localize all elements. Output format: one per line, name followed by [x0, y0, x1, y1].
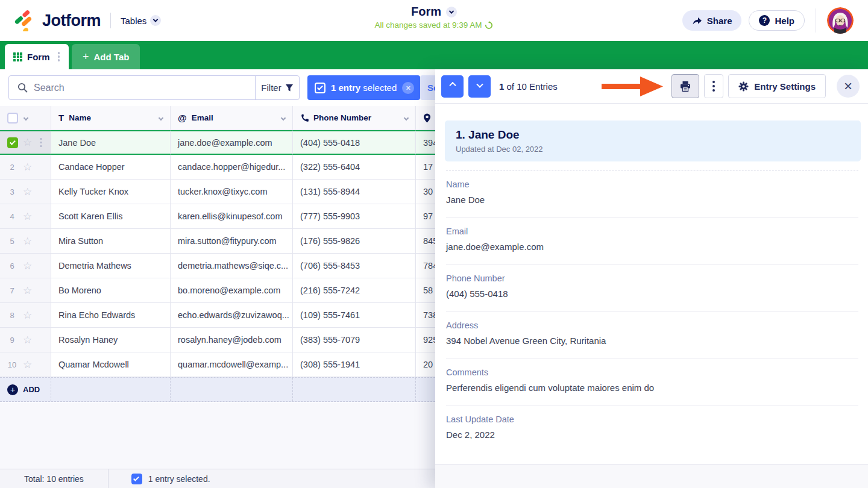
- row-controls-cell[interactable]: 5 ☆: [0, 229, 51, 254]
- cell-name[interactable]: Jane Doe: [51, 130, 171, 155]
- cell-address[interactable]: 784: [416, 254, 435, 278]
- cell-phone[interactable]: (322) 555-6404: [293, 155, 416, 180]
- cell-phone[interactable]: (383) 555-7079: [293, 328, 416, 352]
- table-row[interactable]: ☆ Jane Doe jane.doe@example.com (404) 55…: [0, 130, 435, 155]
- star-icon[interactable]: ☆: [23, 211, 32, 222]
- cell-phone[interactable]: (308) 555-1941: [293, 352, 416, 377]
- cell-name[interactable]: Rina Echo Edwards: [51, 303, 171, 328]
- cell-email[interactable]: quamar.mcdowell@examp...: [171, 352, 293, 377]
- print-button[interactable]: [671, 74, 699, 98]
- star-icon[interactable]: ☆: [23, 137, 32, 148]
- row-controls-cell[interactable]: 6 ☆: [0, 254, 51, 278]
- row-controls-cell[interactable]: 4 ☆: [0, 204, 51, 229]
- star-icon[interactable]: ☆: [23, 236, 32, 246]
- cell-phone[interactable]: (777) 555-9903: [293, 204, 416, 229]
- row-controls-cell[interactable]: 3 ☆: [0, 180, 51, 204]
- cell-address[interactable]: 58 N: [416, 278, 435, 303]
- search-input[interactable]: Search: [9, 83, 255, 93]
- search-filter-combo: Search Filter: [8, 75, 300, 100]
- next-entry-button[interactable]: [468, 75, 491, 98]
- filter-button[interactable]: Filter: [255, 76, 299, 99]
- table-row[interactable]: 9 ☆ Rosalyn Haney rosalyn.haney@jodeb.co…: [0, 328, 435, 352]
- checkbox-checked-icon[interactable]: [131, 474, 142, 484]
- chevron-down-icon[interactable]: [281, 115, 286, 120]
- table-row[interactable]: 2 ☆ Candace Hopper candace.hopper@higedu…: [0, 155, 435, 180]
- star-icon[interactable]: ☆: [23, 310, 32, 321]
- cell-email[interactable]: echo.edwards@zuvizawoq...: [171, 303, 293, 328]
- cell-email[interactable]: mira.sutton@fitypury.com: [171, 229, 293, 254]
- row-controls-cell[interactable]: ☆: [0, 130, 51, 155]
- cell-address[interactable]: 17 G: [416, 155, 435, 180]
- cell-name[interactable]: Candace Hopper: [51, 155, 171, 180]
- cell-email[interactable]: karen.ellis@kinupesof.com: [171, 204, 293, 229]
- row-controls-cell[interactable]: 7 ☆: [0, 278, 51, 303]
- cell-name[interactable]: Quamar Mcdowell: [51, 352, 171, 377]
- table-row[interactable]: 4 ☆ Scott Karen Ellis karen.ellis@kinupe…: [0, 204, 435, 229]
- star-icon[interactable]: ☆: [23, 261, 32, 271]
- table-row[interactable]: 7 ☆ Bo Moreno bo.moreno@example.com (216…: [0, 278, 435, 303]
- cell-address[interactable]: 97 C: [416, 204, 435, 229]
- cell-email[interactable]: tucker.knox@tixyc.com: [171, 180, 293, 204]
- cell-address[interactable]: 845: [416, 229, 435, 254]
- cell-phone[interactable]: (404) 555-0418: [293, 130, 416, 155]
- add-entry-row[interactable]: + ADD: [0, 377, 435, 402]
- cell-name[interactable]: Mira Sutton: [51, 229, 171, 254]
- cell-name[interactable]: Rosalyn Haney: [51, 328, 171, 352]
- column-header-name[interactable]: T Name: [51, 106, 171, 130]
- star-icon[interactable]: ☆: [23, 162, 32, 172]
- table-row[interactable]: 3 ☆ Kelly Tucker Knox tucker.knox@tixyc.…: [0, 180, 435, 204]
- column-header-phone[interactable]: Phone Number: [293, 106, 416, 130]
- table-row[interactable]: 8 ☆ Rina Echo Edwards echo.edwards@zuviz…: [0, 303, 435, 328]
- cell-phone[interactable]: (216) 555-7242: [293, 278, 416, 303]
- star-icon[interactable]: ☆: [23, 360, 32, 370]
- row-checkbox-checked[interactable]: [7, 137, 18, 148]
- cell-phone[interactable]: (109) 555-7461: [293, 303, 416, 328]
- cell-email[interactable]: jane.doe@example.com: [171, 130, 293, 155]
- column-header-address[interactable]: A: [416, 106, 435, 130]
- close-panel-button[interactable]: ×: [837, 75, 860, 98]
- row-menu-icon[interactable]: [37, 136, 45, 150]
- cell-email[interactable]: bo.moreno@example.com: [171, 278, 293, 303]
- add-entry-button[interactable]: + ADD: [0, 378, 51, 401]
- cell-phone[interactable]: (131) 555-8944: [293, 180, 416, 204]
- table-row[interactable]: 10 ☆ Quamar Mcdowell quamar.mcdowell@exa…: [0, 352, 435, 377]
- cell-name[interactable]: Kelly Tucker Knox: [51, 180, 171, 204]
- table-row[interactable]: 6 ☆ Demetria Mathews demetria.mathews@si…: [0, 254, 435, 278]
- chevron-down-icon[interactable]: [159, 115, 163, 120]
- cell-address[interactable]: 20 N: [416, 352, 435, 377]
- star-icon[interactable]: ☆: [23, 286, 32, 296]
- cell-address[interactable]: 394: [416, 130, 435, 155]
- selected-entries-badge[interactable]: 1 entry selected ×: [307, 75, 420, 100]
- row-controls-cell[interactable]: 10 ☆: [0, 352, 51, 377]
- select-all-cell[interactable]: [0, 106, 51, 130]
- chevron-down-icon[interactable]: [24, 115, 28, 120]
- row-controls-cell[interactable]: 2 ☆: [0, 155, 51, 180]
- add-tab-button[interactable]: + Add Tab: [72, 44, 140, 69]
- cell-name[interactable]: Demetria Mathews: [51, 254, 171, 278]
- cell-name[interactable]: Bo Moreno: [51, 278, 171, 303]
- star-icon[interactable]: ☆: [23, 187, 32, 197]
- row-controls-cell[interactable]: 9 ☆: [0, 328, 51, 352]
- cell-email[interactable]: candace.hopper@higedur...: [171, 155, 293, 180]
- column-header-email[interactable]: @ Email: [171, 106, 293, 130]
- tab-menu-icon[interactable]: [55, 49, 63, 64]
- star-icon[interactable]: ☆: [23, 335, 32, 345]
- deselect-icon[interactable]: ×: [402, 82, 414, 94]
- more-options-button[interactable]: [704, 74, 723, 98]
- cell-email[interactable]: demetria.mathews@siqe.c...: [171, 254, 293, 278]
- tab-form[interactable]: Form: [5, 44, 69, 69]
- table-row[interactable]: 5 ☆ Mira Sutton mira.sutton@fitypury.com…: [0, 229, 435, 254]
- cell-email[interactable]: rosalyn.haney@jodeb.com: [171, 328, 293, 352]
- cell-address[interactable]: 925: [416, 328, 435, 352]
- previous-entry-button[interactable]: [441, 75, 464, 98]
- select-all-checkbox[interactable]: [7, 113, 18, 124]
- cell-address[interactable]: 738: [416, 303, 435, 328]
- cell-name[interactable]: Scott Karen Ellis: [51, 204, 171, 229]
- cell-address[interactable]: 30 N: [416, 180, 435, 204]
- entry-settings-button[interactable]: Entry Settings: [728, 74, 826, 98]
- form-title-menu[interactable]: Form: [0, 5, 868, 19]
- cell-phone[interactable]: (176) 555-9826: [293, 229, 416, 254]
- row-controls-cell[interactable]: 8 ☆: [0, 303, 51, 328]
- cell-phone[interactable]: (706) 555-8453: [293, 254, 416, 278]
- chevron-down-icon[interactable]: [404, 115, 409, 120]
